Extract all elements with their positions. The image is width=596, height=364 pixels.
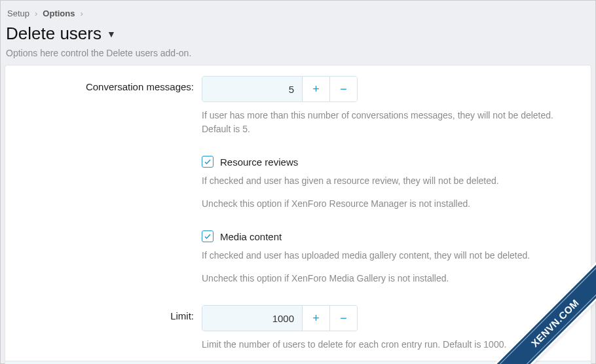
media-help2: Uncheck this option if XenForo Media Gal… <box>202 272 575 285</box>
minus-icon: − <box>340 312 347 325</box>
limit-dec-button[interactable]: − <box>329 306 357 331</box>
options-panel: Conversation messages: + − If user has m… <box>5 65 591 364</box>
page-title-dropdown[interactable]: Delete users ▼ <box>5 20 591 45</box>
media-label: Media content <box>220 231 282 242</box>
reviews-help1: If checked and user has given a resource… <box>202 174 575 188</box>
page-title: Delete users <box>6 24 102 44</box>
reviews-label: Resource reviews <box>220 156 298 168</box>
chevron-right-icon: › <box>35 9 37 18</box>
limit-stepper: + − <box>202 305 358 331</box>
reviews-checkbox[interactable] <box>202 156 214 168</box>
conv-dec-button[interactable]: − <box>329 77 357 101</box>
conv-help: If user has more than this number of con… <box>202 109 575 136</box>
check-icon <box>204 232 212 240</box>
caret-down-icon: ▼ <box>107 29 116 39</box>
limit-input[interactable] <box>202 306 302 331</box>
page-subtitle: Options here control the Delete users ad… <box>5 45 591 65</box>
breadcrumb: Setup › Options › <box>5 2 591 20</box>
check-icon <box>204 158 212 166</box>
media-help1: If checked and user has uploaded media g… <box>202 249 575 263</box>
chevron-right-icon: › <box>80 9 83 18</box>
crumb-setup[interactable]: Setup <box>7 9 29 18</box>
conv-stepper: + − <box>202 76 358 102</box>
limit-inc-button[interactable]: + <box>302 306 329 331</box>
conv-input[interactable] <box>202 77 302 101</box>
plus-icon: + <box>312 82 320 96</box>
conv-inc-button[interactable]: + <box>302 77 329 101</box>
media-checkbox[interactable] <box>202 230 214 242</box>
minus-icon: − <box>340 82 347 96</box>
crumb-options[interactable]: Options <box>43 9 75 18</box>
conv-label: Conversation messages: <box>5 76 202 92</box>
limit-label: Limit: <box>5 305 202 321</box>
plus-icon: + <box>312 312 320 325</box>
reviews-help2: Uncheck this option if XenForo Resource … <box>202 197 575 211</box>
